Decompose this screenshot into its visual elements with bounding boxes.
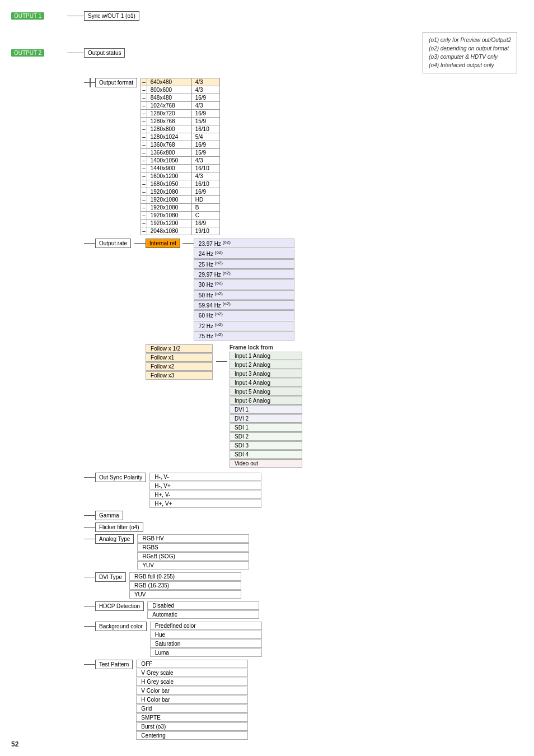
test-pattern-label: Test Pattern — [95, 660, 133, 669]
note-line-2: (o2) depending on output format — [429, 44, 511, 53]
test-pattern-options: OFFV Grey scaleH Grey scaleV Color barH … — [136, 660, 248, 740]
internal-ref-row: Internal ref 23.97 Hz (o2)24 Hz (o2)25 H… — [134, 239, 294, 341]
framelock-list: Input 1 AnalogInput 2 AnalogInput 3 Anal… — [229, 352, 302, 468]
analog-type-options: RGB HVRGBSRGsB (SOG)YUV — [137, 534, 249, 570]
hdcp-detection-section: HDCP Detection DisabledAutomatic — [84, 601, 523, 619]
bg-color-list: Predefined colorHueSaturationLuma — [150, 622, 262, 657]
output1-label: OUTPUT 1 — [11, 12, 44, 20]
output2-label-wrapper: OUTPUT 2 — [11, 49, 67, 57]
format-table: –640x4804/3–800x6004/3–848x48016/9–1024x… — [140, 78, 220, 235]
flicker-filter-section: Flicker filter (o4) — [84, 522, 523, 532]
note-line-4: (o4) Interlaced output only — [429, 61, 511, 69]
main-content: Output format –640x4804/3–800x6004/3–848… — [84, 78, 523, 740]
background-color-options: Predefined colorHueSaturationLuma — [150, 622, 262, 657]
output1-node: Sync w/OUT 1 (o1) — [84, 11, 139, 21]
page-number: 52 — [11, 740, 18, 748]
output-format-section: Output format –640x4804/3–800x6004/3–848… — [84, 78, 523, 235]
output-rate-options: Internal ref 23.97 Hz (o2)24 Hz (o2)25 H… — [134, 239, 302, 469]
sync-polarity-list: H-, V-H-, V+H+, V-H+, V+ — [149, 473, 261, 508]
output2-connector — [67, 53, 84, 53]
analog-type-list: RGB HVRGBSRGsB (SOG)YUV — [137, 534, 249, 570]
out-sync-polarity-options: H-, V-H-, V+H+, V-H+, V+ — [149, 473, 261, 508]
follow-options-wrapper: Follow x 1/2Follow x1Follow x2Follow x3 … — [146, 344, 302, 469]
background-color-label: Background color — [95, 622, 147, 631]
analog-type-section: Analog Type RGB HVRGBSRGsB (SOG)YUV — [84, 534, 523, 570]
test-pattern-list: OFFV Grey scaleH Grey scaleV Color barH … — [136, 660, 248, 740]
out-sync-polarity-label: Out Sync Polarity — [95, 473, 146, 482]
out-sync-polarity-section: Out Sync Polarity H-, V-H-, V+H+, V-H+, … — [84, 473, 523, 508]
note-line-3: (o3) computer & HDTV only — [429, 53, 511, 61]
dvi-type-label: DVI Type — [95, 572, 126, 582]
output-rate-label: Output rate — [95, 239, 131, 248]
note-line-1: (o1) only for Preview out/Output2 — [429, 36, 511, 44]
output2-node: Output status — [84, 48, 125, 58]
background-color-section: Background color Predefined colorHueSatu… — [84, 622, 523, 657]
note-box: (o1) only for Preview out/Output2 (o2) d… — [423, 32, 517, 73]
framelock-row: Follow x 1/2Follow x1Follow x2Follow x3 … — [146, 344, 302, 468]
dvi-type-list: RGB full (0-255)RGB (16-235)YUV — [129, 572, 241, 599]
follow-list: Follow x 1/2Follow x1Follow x2Follow x3 — [146, 344, 213, 380]
analog-type-label: Analog Type — [95, 534, 134, 544]
output1-connector — [67, 16, 84, 16]
dvi-type-options: RGB full (0-255)RGB (16-235)YUV — [129, 572, 241, 599]
page-container: OUTPUT 1 Sync w/OUT 1 (o1) OUTPUT 2 Outp… — [0, 0, 534, 754]
output1-row: OUTPUT 1 Sync w/OUT 1 (o1) — [11, 11, 523, 21]
test-pattern-section: Test Pattern OFFV Grey scaleH Grey scale… — [84, 660, 523, 740]
output1-label-wrapper: OUTPUT 1 — [11, 12, 67, 20]
gamma-label: Gamma — [95, 511, 123, 520]
hdcp-detection-options: DisabledAutomatic — [147, 601, 259, 619]
output2-label: OUTPUT 2 — [11, 49, 44, 57]
output-format-label: Output format — [95, 78, 137, 87]
flicker-filter-label: Flicker filter (o4) — [95, 522, 143, 532]
dvi-type-section: DVI Type RGB full (0-255)RGB (16-235)YUV — [84, 572, 523, 599]
output2-row: OUTPUT 2 Output status (o1) only for Pre… — [11, 32, 523, 73]
gamma-section: Gamma — [84, 511, 523, 520]
hdcp-detection-label: HDCP Detection — [95, 601, 144, 611]
hdcp-detection-list: DisabledAutomatic — [147, 601, 259, 619]
output-format-table-wrapper: –640x4804/3–800x6004/3–848x48016/9–1024x… — [140, 78, 220, 235]
framelock-label: Frame lock from — [229, 344, 302, 351]
internal-ref-node: Internal ref — [146, 239, 180, 248]
output-rate-section: Output rate Internal ref 23.97 Hz (o2)24… — [84, 239, 523, 469]
rate-list: 23.97 Hz (o2)24 Hz (o2)25 Hz (o2)29.97 H… — [194, 239, 294, 341]
